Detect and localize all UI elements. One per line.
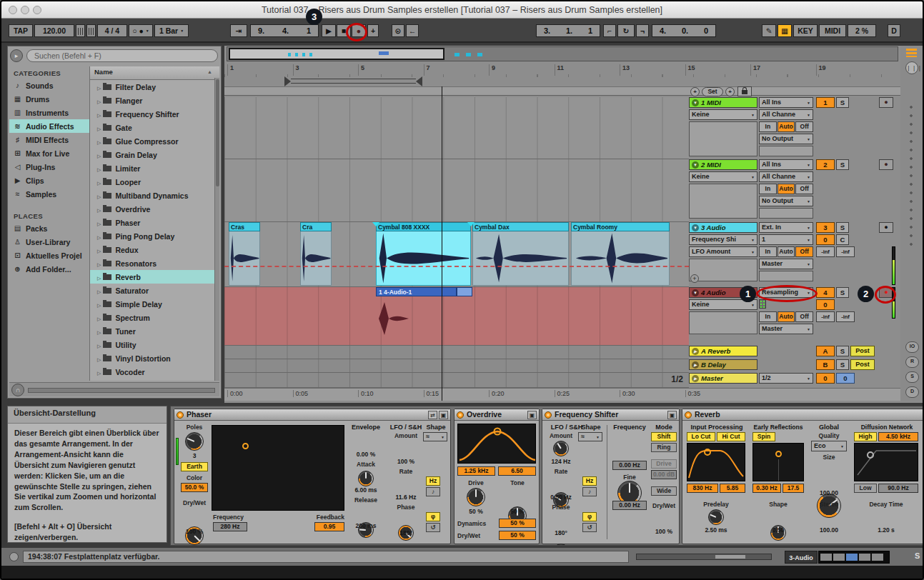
unfold-track-icon[interactable]: ▼: [692, 161, 699, 169]
overview-viewport[interactable]: [229, 48, 444, 60]
tempo-field[interactable]: 120.00: [34, 24, 74, 37]
track-4-number[interactable]: 4: [816, 287, 835, 298]
monitor-off[interactable]: Off: [795, 121, 813, 132]
track-2-arm-button[interactable]: ●: [879, 159, 893, 170]
add-locator-button[interactable]: +: [690, 87, 700, 96]
lo-cut-button[interactable]: Lo Cut: [687, 432, 715, 441]
sort-direction-icon[interactable]: ▲: [207, 69, 212, 74]
track-1-name[interactable]: ▼1 MIDI: [689, 97, 757, 108]
io-meter-icon[interactable]: ❘❘❘: [905, 61, 918, 74]
category-item[interactable]: ◁ Plug-Ins: [9, 160, 89, 174]
track-lane-1-midi[interactable]: [224, 97, 689, 159]
disclosure-triangle-icon[interactable]: [93, 178, 103, 186]
lfo-rate-value[interactable]: 11.6 Hz: [386, 494, 426, 501]
unfold-track-icon[interactable]: ▼: [692, 289, 699, 296]
category-item[interactable]: ▦ Drums: [9, 92, 89, 106]
drive-value[interactable]: 50 %: [460, 508, 492, 515]
clip-thumbnail[interactable]: [846, 554, 858, 561]
track-4-output-chooser[interactable]: Master: [759, 324, 813, 334]
frequency-field[interactable]: 0.00 Hz: [612, 461, 647, 470]
clip-waveform-area[interactable]: [376, 231, 471, 286]
return-a-pre-post-toggle[interactable]: Post: [850, 346, 875, 356]
track-3-automation-chooser[interactable]: LFO Amount: [689, 246, 757, 257]
track-4-volume[interactable]: 0: [816, 299, 835, 310]
phaser-xy-display[interactable]: [212, 425, 344, 511]
lfo-phase-value[interactable]: 180°: [545, 529, 577, 536]
browser-list-item[interactable]: Frequency Shifter: [90, 107, 219, 121]
browser-list-item[interactable]: Vinyl Distortion: [90, 351, 219, 365]
return-a-solo-button[interactable]: S: [836, 346, 849, 356]
track-lane-3-audio[interactable]: Cras Cra Cymbal 808 XXXX Cymbal Dax: [224, 222, 689, 287]
return-b-name[interactable]: ▶B Delay: [689, 359, 757, 370]
computer-midi-keyboard-icon[interactable]: ▦: [778, 24, 792, 37]
browser-list-item[interactable]: Saturator: [90, 284, 219, 297]
overdrive-q-field[interactable]: 6.50: [498, 466, 536, 476]
disclosure-triangle-icon[interactable]: [93, 354, 103, 363]
predelay-knob[interactable]: [708, 509, 724, 525]
close-window-icon[interactable]: [9, 6, 17, 14]
disclosure-triangle-icon[interactable]: [93, 232, 103, 241]
lfo-waveform-chooser[interactable]: ≈: [423, 432, 447, 441]
size-value[interactable]: 100.00: [810, 489, 848, 496]
disclosure-triangle-icon[interactable]: [93, 286, 103, 295]
browser-chooser-icon[interactable]: ▸: [10, 49, 23, 62]
spin-button[interactable]: Spin: [752, 432, 775, 441]
unfold-track-icon[interactable]: ▶: [692, 375, 699, 382]
recording-clip-title-bar[interactable]: 1 4-Audio-1: [376, 287, 457, 296]
browser-list-item[interactable]: Reverb: [90, 270, 219, 284]
track-2-number[interactable]: 2: [816, 159, 835, 170]
nudge-buttons[interactable]: ○ ●: [129, 24, 153, 37]
browser-list-item[interactable]: Ping Pong Delay: [90, 229, 219, 243]
track-2-solo-button[interactable]: S: [836, 159, 849, 170]
lfo-phase-button[interactable]: φ: [426, 512, 440, 521]
minimize-window-icon[interactable]: [21, 6, 29, 14]
disclosure-triangle-icon[interactable]: [93, 137, 103, 146]
track-1-number[interactable]: 1: [816, 97, 835, 108]
spin-amount-field[interactable]: 17.5: [783, 484, 804, 493]
save-preset-icon[interactable]: ▣: [667, 411, 677, 419]
browser-list-item[interactable]: Multiband Dynamics: [90, 189, 219, 202]
device-power-icon[interactable]: [457, 411, 464, 419]
disclosure-triangle-icon[interactable]: [93, 314, 103, 322]
poles-value[interactable]: 3: [180, 452, 209, 459]
clip-title-bar[interactable]: Cymbal Roomy: [571, 222, 670, 231]
mixer-toggle-button[interactable]: D: [905, 386, 919, 398]
place-item[interactable]: ♙ User-Library: [9, 235, 89, 249]
drive-knob[interactable]: [467, 488, 485, 506]
fine-field[interactable]: 0.00 Hz: [612, 501, 647, 510]
browser-hscrollbar[interactable]: [28, 388, 215, 393]
set-locator-button[interactable]: Set: [702, 87, 723, 96]
return-b-number[interactable]: B: [816, 359, 835, 370]
input-q-field[interactable]: 5.85: [720, 484, 745, 493]
back-to-arrangement-button[interactable]: ←: [406, 24, 419, 37]
track-lane-2-midi[interactable]: [224, 159, 689, 222]
place-item[interactable]: ⊕ Add Folder...: [9, 262, 89, 276]
tap-tempo-button[interactable]: TAP: [9, 24, 33, 37]
audio-clip[interactable]: Cymbal Dax: [472, 222, 569, 286]
disclosure-triangle-icon[interactable]: [93, 341, 103, 349]
category-item[interactable]: ▥ Instruments: [9, 106, 89, 119]
arrangement-position-display[interactable]: 9. 4. 1: [250, 24, 319, 37]
master-cue-out-chooser[interactable]: 1/2: [759, 373, 813, 384]
track-1-input-channel-chooser[interactable]: All Channe: [759, 109, 813, 120]
track-2-input-channel-chooser[interactable]: All Channe: [759, 171, 813, 182]
quantize-menu[interactable]: 1 Bar: [154, 24, 189, 37]
track-1-output-chooser[interactable]: No Output: [759, 134, 813, 144]
new-button[interactable]: +: [367, 24, 379, 37]
disclosure-triangle-icon[interactable]: [93, 164, 103, 173]
disclosure-triangle-icon[interactable]: [93, 259, 103, 268]
drive-toggle-button[interactable]: Drive: [651, 459, 677, 469]
audio-clip[interactable]: Cymbal Roomy: [571, 222, 670, 286]
hi-cut-button[interactable]: Hi Cut: [717, 432, 745, 441]
scrollbar-thumb[interactable]: [216, 79, 219, 186]
key-map-button[interactable]: KEY: [793, 24, 818, 37]
lfo-spin-button[interactable]: ↺: [582, 523, 597, 532]
lfo-rate-value[interactable]: 0.50 Hz: [545, 494, 577, 501]
mode-ring-button[interactable]: Ring: [651, 443, 677, 452]
track-2-input-type-chooser[interactable]: All Ins: [759, 159, 813, 170]
track-1-input-type-chooser[interactable]: All Ins: [759, 97, 813, 108]
track-3-number[interactable]: 3: [816, 222, 835, 233]
disclosure-triangle-icon[interactable]: [93, 300, 103, 309]
category-item[interactable]: ⊞ Max for Live: [9, 146, 89, 160]
save-preset-icon[interactable]: ▣: [527, 411, 537, 419]
